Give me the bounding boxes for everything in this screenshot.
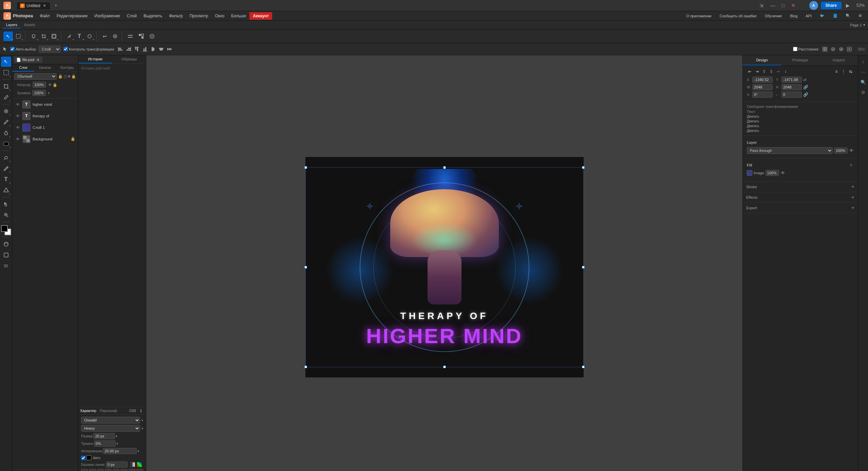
auto-color-chk[interactable] xyxy=(81,456,86,460)
lock-move-icon[interactable]: ✥ xyxy=(68,74,71,79)
move-label-2[interactable]: Двигать xyxy=(747,119,854,123)
align-icon-3[interactable]: ⇧ xyxy=(761,68,767,75)
blend-mode-select[interactable]: Обычный Умножение Экран xyxy=(14,73,57,80)
y-input[interactable] xyxy=(781,77,802,83)
prototype-tab[interactable]: Prototype xyxy=(781,55,819,65)
tool-gradient[interactable]: ▾ xyxy=(1,139,11,149)
fill-chevron[interactable]: ▾ xyxy=(48,91,50,95)
info-icon-2[interactable]: ⋯ xyxy=(860,68,867,76)
auto-checkbox[interactable]: Авто xyxy=(81,455,100,460)
align-vcenter-btn[interactable] xyxy=(157,45,165,53)
tool-arrange[interactable] xyxy=(136,32,146,41)
corner-input[interactable] xyxy=(781,92,802,98)
export-add-btn[interactable]: + xyxy=(851,205,854,211)
tool-text-left[interactable]: T ▾ xyxy=(1,174,11,184)
menu-search2[interactable]: ⚙ xyxy=(856,13,865,19)
maximize-btn[interactable]: □ xyxy=(779,2,787,9)
tf-bold[interactable]: P xyxy=(97,469,104,471)
lock-transparent-icon[interactable]: ◫ xyxy=(63,74,67,79)
layer-vis-higher-mind[interactable]: 👁 xyxy=(15,102,20,107)
tab-channels[interactable]: Каналы xyxy=(34,64,56,72)
expand-icon[interactable]: ⇲ xyxy=(758,2,765,9)
color-swatches[interactable] xyxy=(1,225,11,235)
layer-vis-background[interactable]: 👁 xyxy=(15,136,20,142)
fill-opacity-input[interactable] xyxy=(766,170,779,176)
mask-btn[interactable] xyxy=(837,45,845,53)
tool-custom[interactable] xyxy=(110,32,120,41)
tab-contours[interactable]: Контуры xyxy=(56,64,78,72)
tool-select-left[interactable]: ↖▾ xyxy=(1,57,11,67)
font-family-select[interactable]: Oswald xyxy=(81,417,140,424)
leading-input[interactable] xyxy=(103,448,137,454)
tab-close-btn[interactable]: ✕ xyxy=(42,3,47,8)
menu-filter[interactable]: Фильтр xyxy=(166,12,186,20)
assets-tab[interactable]: Assets xyxy=(21,22,39,28)
inspect-tab[interactable]: Inspect xyxy=(819,55,858,65)
layer-vis-layer1[interactable]: 👁 xyxy=(15,125,20,130)
font-weight-arrow[interactable]: ▾ xyxy=(141,427,143,430)
tool-select-rect[interactable]: ▾ xyxy=(14,32,23,41)
layer-blend-select[interactable]: Pass through Normal xyxy=(747,147,833,154)
tool-mode1[interactable] xyxy=(1,239,11,249)
size-arrow[interactable]: ▾ xyxy=(116,434,117,438)
tracking-arrow[interactable]: ▾ xyxy=(116,442,118,446)
file-tab[interactable]: 📄 file.psd ✕ xyxy=(14,57,42,63)
menu-layer[interactable]: Слой xyxy=(124,12,140,20)
css-icon[interactable]: CSS xyxy=(129,407,136,414)
layer-entry-background[interactable]: 👁 Background 🔒 xyxy=(12,133,78,145)
fill-color-preview[interactable] xyxy=(747,170,752,176)
design-tab[interactable]: Design xyxy=(743,55,781,65)
tool-move[interactable]: ↖ ▾ xyxy=(3,32,13,41)
stroke-add-btn[interactable]: + xyxy=(851,184,854,190)
font-family-arrow[interactable]: ▾ xyxy=(141,418,143,422)
x-input[interactable] xyxy=(752,77,773,83)
tf-regular[interactable]: P xyxy=(81,469,88,471)
layer-vis-therapy-of[interactable]: 👁 xyxy=(15,113,20,119)
menu-search[interactable]: 🔍 xyxy=(843,13,853,19)
distance-input[interactable] xyxy=(793,47,797,51)
align-icon-4[interactable]: ⇩ xyxy=(768,68,774,75)
align-icon-7[interactable]: ≡ xyxy=(833,68,839,75)
font-weight-select[interactable]: Heavy Bold Regular xyxy=(81,425,140,432)
menu-learn[interactable]: Обучение xyxy=(762,13,785,19)
tool-heal[interactable]: ▾ xyxy=(1,106,11,116)
lock-icon[interactable]: 🔒 xyxy=(58,74,63,79)
grid-btn[interactable] xyxy=(821,45,829,53)
tf-underline[interactable]: P xyxy=(105,469,112,471)
tool-mode2[interactable] xyxy=(1,250,11,260)
layer-entry-therapy-of[interactable]: 👁 T therapy of xyxy=(12,110,78,122)
history-tab[interactable]: История xyxy=(78,55,112,63)
menu-twitter[interactable]: 🐦 xyxy=(817,13,827,19)
file-tab-close[interactable]: ✕ xyxy=(36,57,40,62)
menu-view[interactable]: Просмотр xyxy=(186,12,212,20)
menu-api[interactable]: API xyxy=(803,13,814,19)
tool-component[interactable] xyxy=(147,32,157,41)
layers-tab[interactable]: Layers xyxy=(3,22,21,28)
xy-link-icon[interactable]: ⇄ xyxy=(803,77,807,82)
tool-lasso[interactable]: ▾ xyxy=(29,32,38,41)
distance-checkbox[interactable]: Расстояния xyxy=(793,47,818,51)
leading-arrow[interactable]: ▾ xyxy=(137,449,139,453)
tool-hand[interactable] xyxy=(1,199,11,209)
menu-image[interactable]: Изображение xyxy=(91,12,124,20)
info-icon-4[interactable]: ⚙ xyxy=(860,89,867,96)
align-icon-2[interactable]: ⇥ xyxy=(754,68,760,75)
tool-text[interactable]: T ▾ xyxy=(75,32,84,41)
opacity-input[interactable] xyxy=(33,82,46,88)
window-tab-untitled[interactable]: P Untitled ✕ xyxy=(16,2,51,9)
h-input[interactable] xyxy=(781,84,802,90)
align-icon-9[interactable]: ⇆ xyxy=(848,68,854,75)
new-tab-btn[interactable]: + xyxy=(51,1,61,10)
align-icon-5[interactable]: ↔ xyxy=(775,68,781,75)
baseline-input[interactable] xyxy=(106,462,128,468)
fill-eye-icon[interactable]: 👁 xyxy=(780,170,785,176)
tool-eraser[interactable]: ▾ xyxy=(1,128,11,138)
info-icon-1[interactable]: i xyxy=(860,58,867,65)
tf-superscript[interactable]: P xyxy=(120,469,127,471)
layer-entry-layer1[interactable]: 👁 Слой 1 xyxy=(12,122,78,133)
fg-color-swatch[interactable] xyxy=(1,225,8,232)
align-left-btn[interactable] xyxy=(117,45,124,53)
tab-layers[interactable]: Слои xyxy=(12,64,34,72)
corner-link-icon[interactable]: 🔗 xyxy=(803,92,808,97)
move-label-3[interactable]: Двигать xyxy=(747,124,854,128)
